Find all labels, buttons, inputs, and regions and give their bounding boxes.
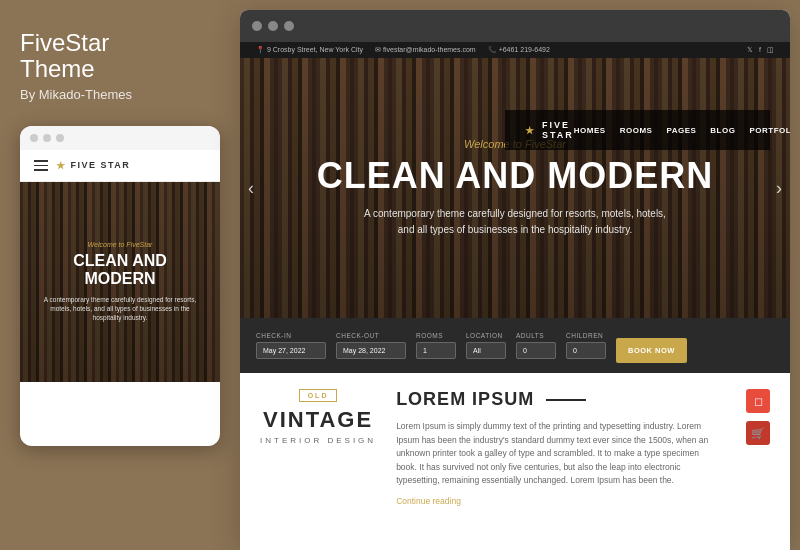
checkin-label: CHECK-IN <box>256 332 326 339</box>
phone: 📞 +6461 219-6492 <box>488 46 550 54</box>
bottom-section: OLD VINTAGE INTERIOR DESIGN LOREM IPSUM … <box>240 373 790 550</box>
desktop-logo: ★ FIVE STAR <box>525 120 574 140</box>
mobile-headline: CLEAN AND MODERN <box>36 252 204 287</box>
desktop-star-icon: ★ <box>525 125 536 136</box>
lorem-body: Lorem Ipsum is simply dummy text of the … <box>396 420 718 488</box>
checkout-input[interactable]: May 28, 2022 <box>336 342 406 359</box>
lorem-title: LOREM IPSUM <box>396 389 718 410</box>
facebook-icon[interactable]: f <box>759 46 761 54</box>
old-badge: OLD <box>299 389 338 402</box>
mobile-dot-1 <box>30 134 38 142</box>
right-icons: ◻ 🛒 <box>738 389 770 534</box>
mobile-logo: ★ FIVE STAR <box>56 160 130 171</box>
booking-children: CHILDREN 0 <box>566 332 606 359</box>
desktop-dot-3 <box>284 21 294 31</box>
mobile-logo-text: FIVE STAR <box>71 160 131 170</box>
hero-subtext-1: A contemporary theme carefully designed … <box>364 206 666 222</box>
booking-bar: CHECK-IN May 27, 2022 CHECK-OUT May 28, … <box>240 318 790 373</box>
hero-headline: CLEAN AND MODERN <box>317 158 714 194</box>
hero-wrapper: ★ FIVE STAR HOMES ROOMS PAGES BLOG PORTF… <box>240 58 790 373</box>
brand-name: FiveStar <box>20 30 220 56</box>
star-icon: ★ <box>56 160 67 171</box>
nav-portfolio[interactable]: PORTFOLIO <box>749 126 790 135</box>
address: 📍 9 Crosby Street, New York City <box>256 46 363 54</box>
desktop-top-bar: 📍 9 Crosby Street, New York City ✉ fives… <box>240 42 790 58</box>
desktop-dot-2 <box>268 21 278 31</box>
booking-checkin: CHECK-IN May 27, 2022 <box>256 332 326 359</box>
book-now-button[interactable]: BOOK NOW <box>616 338 687 363</box>
mobile-browser-bar <box>20 126 220 150</box>
side-icon-1[interactable]: ◻ <box>746 389 770 413</box>
hero-subtext-2: and all types of businesses in the hospi… <box>364 222 666 238</box>
booking-adults: ADULTS 0 <box>516 332 556 359</box>
theme-label: Theme <box>20 56 220 82</box>
desktop-dot-1 <box>252 21 262 31</box>
desktop-nav-info: 📍 9 Crosby Street, New York City ✉ fives… <box>256 46 550 54</box>
children-label: CHILDREN <box>566 332 606 339</box>
side-icon-2[interactable]: 🛒 <box>746 421 770 445</box>
lorem-title-text: LOREM IPSUM <box>396 389 534 410</box>
brand-title: FiveStar Theme <box>20 30 220 83</box>
adults-input[interactable]: 0 <box>516 342 556 359</box>
location-label: LOCATION <box>466 332 506 339</box>
right-panel: 📍 9 Crosby Street, New York City ✉ fives… <box>240 10 790 550</box>
instagram-icon[interactable]: ◫ <box>767 46 774 54</box>
mobile-subtext: A contemporary theme carefully designed … <box>36 295 204 322</box>
mobile-nav: ★ FIVE STAR <box>20 150 220 182</box>
nav-homes[interactable]: HOMES <box>574 126 606 135</box>
desktop-nav-social: 𝕏 f ◫ <box>747 46 774 54</box>
nav-rooms[interactable]: ROOMS <box>620 126 653 135</box>
hamburger-icon[interactable] <box>34 160 48 171</box>
vintage-logo-block: OLD VINTAGE INTERIOR DESIGN <box>260 389 376 534</box>
desktop-logo-text: FIVE STAR <box>542 120 574 140</box>
booking-location: LOCATION All <box>466 332 506 359</box>
twitter-icon[interactable]: 𝕏 <box>747 46 753 54</box>
adults-label: ADULTS <box>516 332 556 339</box>
booking-checkout: CHECK-OUT May 28, 2022 <box>336 332 406 359</box>
mobile-preview: ★ FIVE STAR Welcome to FiveStar CLEAN AN… <box>20 126 220 446</box>
interior-text: INTERIOR DESIGN <box>260 436 376 445</box>
desktop-main-nav: ★ FIVE STAR HOMES ROOMS PAGES BLOG PORTF… <box>505 110 770 150</box>
desktop-nav-links: HOMES ROOMS PAGES BLOG PORTFOLIO ELEMENT… <box>574 126 790 135</box>
desktop-browser-bar <box>240 10 790 42</box>
mobile-dot-2 <box>43 134 51 142</box>
mobile-welcome: Welcome to FiveStar <box>88 241 153 248</box>
lorem-line-decoration <box>546 399 586 401</box>
email: ✉ fivestar@mikado-themes.com <box>375 46 476 54</box>
rooms-input[interactable]: 1 <box>416 342 456 359</box>
vintage-text: VINTAGE <box>263 408 373 432</box>
mobile-nav-left: ★ FIVE STAR <box>34 160 130 171</box>
prev-arrow[interactable]: ‹ <box>248 178 254 199</box>
desktop-content: 📍 9 Crosby Street, New York City ✉ fives… <box>240 42 790 550</box>
nav-blog[interactable]: BLOG <box>710 126 735 135</box>
desktop-hero: ‹ Welcome to FiveStar CLEAN AND MODERN A… <box>240 58 790 318</box>
checkin-input[interactable]: May 27, 2022 <box>256 342 326 359</box>
rooms-label: ROOMS <box>416 332 456 339</box>
continue-link[interactable]: Continue reading <box>396 496 718 506</box>
children-input[interactable]: 0 <box>566 342 606 359</box>
nav-pages[interactable]: PAGES <box>666 126 696 135</box>
checkout-label: CHECK-OUT <box>336 332 406 339</box>
location-input[interactable]: All <box>466 342 506 359</box>
booking-rooms: ROOMS 1 <box>416 332 456 359</box>
mobile-hero: Welcome to FiveStar CLEAN AND MODERN A c… <box>20 182 220 382</box>
bottom-text-block: LOREM IPSUM Lorem Ipsum is simply dummy … <box>396 389 718 534</box>
brand-by: By Mikado-Themes <box>20 87 220 102</box>
hero-subtext: A contemporary theme carefully designed … <box>364 206 666 238</box>
mobile-dot-3 <box>56 134 64 142</box>
left-panel: FiveStar Theme By Mikado-Themes ★ FIVE S… <box>0 0 240 550</box>
next-arrow[interactable]: › <box>776 178 782 199</box>
